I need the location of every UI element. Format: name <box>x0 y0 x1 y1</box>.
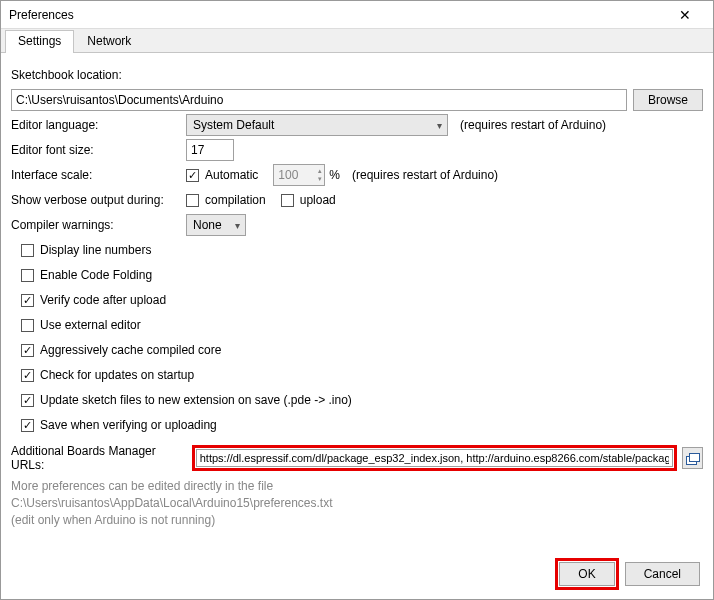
option-checkbox[interactable]: Verify code after upload <box>21 293 166 307</box>
tab-network[interactable]: Network <box>74 30 144 53</box>
options-list: Display line numbersEnable Code FoldingV… <box>11 239 703 436</box>
option-row: Aggressively cache compiled core <box>21 339 703 361</box>
option-checkbox[interactable]: Save when verifying or uploading <box>21 418 217 432</box>
verbose-upload-label: upload <box>300 193 336 207</box>
fontsize-label: Editor font size: <box>11 143 186 157</box>
option-label: Enable Code Folding <box>40 268 152 282</box>
option-row: Save when verifying or uploading <box>21 414 703 436</box>
option-checkbox[interactable]: Check for updates on startup <box>21 368 194 382</box>
checkbox-icon <box>21 294 34 307</box>
fontsize-input[interactable] <box>186 139 234 161</box>
footer-line1: More preferences can be edited directly … <box>11 478 703 495</box>
option-checkbox[interactable]: Display line numbers <box>21 243 151 257</box>
option-label: Display line numbers <box>40 243 151 257</box>
urls-label: Additional Boards Manager URLs: <box>11 444 186 472</box>
fontsize-row: Editor font size: <box>11 139 703 161</box>
checkbox-icon <box>281 194 294 207</box>
edit-urls-button[interactable] <box>682 447 703 469</box>
language-row: Editor language: System Default (require… <box>11 114 703 136</box>
checkbox-icon <box>186 169 199 182</box>
percent-sign: % <box>329 168 340 182</box>
warnings-row: Compiler warnings: None <box>11 214 703 236</box>
preferences-panel: Sketchbook location: Browse Editor langu… <box>1 53 713 537</box>
option-label: Use external editor <box>40 318 141 332</box>
checkbox-icon <box>21 419 34 432</box>
verbose-label: Show verbose output during: <box>11 193 186 207</box>
option-label: Update sketch files to new extension on … <box>40 393 352 407</box>
warnings-label: Compiler warnings: <box>11 218 186 232</box>
option-checkbox[interactable]: Aggressively cache compiled core <box>21 343 221 357</box>
title-bar: Preferences ✕ <box>1 1 713 29</box>
checkbox-icon <box>186 194 199 207</box>
footer-line3: (edit only when Arduino is not running) <box>11 512 703 529</box>
footer-note: More preferences can be edited directly … <box>11 478 703 529</box>
tab-strip: Settings Network <box>1 29 713 53</box>
scale-auto-label: Automatic <box>205 168 258 182</box>
close-icon[interactable]: ✕ <box>665 1 705 29</box>
scale-note: (requires restart of Arduino) <box>352 168 498 182</box>
option-row: Enable Code Folding <box>21 264 703 286</box>
urls-row: Additional Boards Manager URLs: <box>11 444 703 472</box>
checkbox-icon <box>21 394 34 407</box>
checkbox-icon <box>21 269 34 282</box>
sketchbook-label-row: Sketchbook location: <box>11 64 703 86</box>
checkbox-icon <box>21 344 34 357</box>
option-checkbox[interactable]: Enable Code Folding <box>21 268 152 282</box>
sketchbook-path-input[interactable] <box>11 89 627 111</box>
option-row: Check for updates on startup <box>21 364 703 386</box>
additional-urls-input[interactable] <box>196 449 673 467</box>
scale-auto-checkbox[interactable]: Automatic <box>186 168 258 182</box>
ok-button[interactable]: OK <box>559 562 614 586</box>
cancel-button[interactable]: Cancel <box>625 562 700 586</box>
scale-label: Interface scale: <box>11 168 186 182</box>
window-title: Preferences <box>9 8 74 22</box>
browse-button[interactable]: Browse <box>633 89 703 111</box>
sketchbook-row: Browse <box>11 89 703 111</box>
option-label: Verify code after upload <box>40 293 166 307</box>
checkbox-icon <box>21 319 34 332</box>
tab-settings[interactable]: Settings <box>5 30 74 53</box>
verbose-compilation-checkbox[interactable]: compilation <box>186 193 266 207</box>
verbose-upload-checkbox[interactable]: upload <box>281 193 336 207</box>
option-row: Display line numbers <box>21 239 703 261</box>
option-row: Verify code after upload <box>21 289 703 311</box>
option-checkbox[interactable]: Update sketch files to new extension on … <box>21 393 352 407</box>
language-select[interactable]: System Default <box>186 114 448 136</box>
option-row: Update sketch files to new extension on … <box>21 389 703 411</box>
option-label: Aggressively cache compiled core <box>40 343 221 357</box>
scale-percent-spinner[interactable]: 100 <box>273 164 325 186</box>
window-stack-icon <box>686 453 698 463</box>
checkbox-icon <box>21 244 34 257</box>
option-checkbox[interactable]: Use external editor <box>21 318 141 332</box>
warnings-select[interactable]: None <box>186 214 246 236</box>
footer-line2: C:\Users\ruisantos\AppData\Local\Arduino… <box>11 495 703 512</box>
checkbox-icon <box>21 369 34 382</box>
sketchbook-label: Sketchbook location: <box>11 68 122 82</box>
verbose-row: Show verbose output during: compilation … <box>11 189 703 211</box>
scale-row: Interface scale: Automatic 100 % (requir… <box>11 164 703 186</box>
verbose-compilation-label: compilation <box>205 193 266 207</box>
option-row: Use external editor <box>21 314 703 336</box>
language-label: Editor language: <box>11 118 186 132</box>
option-label: Check for updates on startup <box>40 368 194 382</box>
ok-highlight: OK <box>555 558 618 590</box>
dialog-button-bar: OK Cancel <box>555 558 700 590</box>
urls-highlight <box>192 445 677 471</box>
language-note: (requires restart of Arduino) <box>460 118 606 132</box>
option-label: Save when verifying or uploading <box>40 418 217 432</box>
